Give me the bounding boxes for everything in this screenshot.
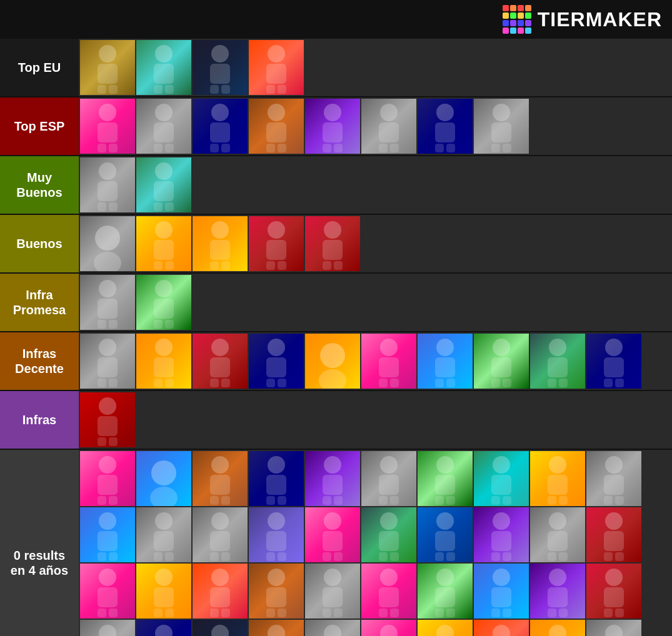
tier-image-item[interactable] (193, 40, 248, 95)
svg-point-174 (268, 512, 285, 530)
tier-image-item[interactable] (193, 334, 248, 389)
tier-image-item[interactable] (530, 564, 585, 619)
tier-image-item[interactable] (361, 334, 416, 389)
tier-image-item[interactable] (193, 99, 248, 154)
tier-image-item[interactable] (418, 99, 473, 154)
svg-rect-223 (379, 587, 399, 607)
tier-label-infras: Infras (0, 391, 79, 449)
svg-point-112 (549, 339, 566, 356)
tier-image-item[interactable] (586, 451, 641, 506)
tier-image-item[interactable] (361, 564, 416, 619)
svg-rect-106 (435, 379, 444, 387)
tier-image-item[interactable] (305, 620, 360, 636)
tier-image-item[interactable] (418, 334, 473, 389)
svg-rect-73 (334, 261, 343, 270)
tier-image-item[interactable] (80, 334, 135, 389)
tier-image-item[interactable] (249, 99, 304, 154)
tier-image-item[interactable] (249, 451, 304, 506)
tier-image-item[interactable] (249, 334, 304, 389)
tier-image-item[interactable] (80, 507, 135, 562)
tier-image-item[interactable] (249, 620, 304, 636)
tier-image-item[interactable] (80, 99, 135, 154)
tier-image-item[interactable] (418, 564, 473, 619)
tier-image-item[interactable] (193, 507, 248, 562)
tier-image-item[interactable] (249, 564, 304, 619)
logo-cell (525, 5, 531, 11)
tier-image-item[interactable] (193, 620, 248, 636)
tier-image-item[interactable] (586, 620, 641, 636)
tier-image-item[interactable] (80, 216, 135, 271)
tier-image-item[interactable] (305, 451, 360, 506)
tier-image-item[interactable] (80, 275, 135, 330)
tier-image-item[interactable] (136, 451, 191, 506)
svg-rect-119 (615, 379, 624, 387)
tier-image-item[interactable] (361, 507, 416, 562)
svg-rect-5 (154, 64, 174, 84)
tier-image-item[interactable] (474, 99, 529, 154)
tier-image-item[interactable] (80, 620, 135, 636)
tier-image-item[interactable] (305, 99, 360, 154)
tier-image-item[interactable] (249, 216, 304, 271)
tier-label-top-esp: Top ESP (0, 97, 79, 155)
tier-image-item[interactable] (305, 507, 360, 562)
tier-image-item[interactable] (305, 564, 360, 619)
svg-rect-19 (109, 144, 118, 152)
tier-image-item[interactable] (361, 620, 416, 636)
tier-image-item[interactable] (530, 334, 585, 389)
tier-image-item[interactable] (136, 334, 191, 389)
logo-cell (510, 20, 516, 26)
tier-image-item[interactable] (249, 40, 304, 95)
tier-image-item[interactable] (136, 157, 191, 212)
tier-image-item[interactable] (474, 507, 529, 562)
svg-point-210 (211, 569, 229, 586)
svg-rect-189 (446, 552, 455, 561)
tier-image-item[interactable] (305, 334, 360, 389)
logo-cell (503, 12, 509, 19)
svg-rect-41 (435, 122, 455, 142)
tier-image-item[interactable] (361, 451, 416, 506)
tier-image-item[interactable] (136, 99, 191, 154)
tier-image-item[interactable] (193, 451, 248, 506)
tier-image-item[interactable] (418, 620, 473, 636)
tier-image-item[interactable] (418, 451, 473, 506)
tier-image-item[interactable] (530, 507, 585, 562)
svg-rect-161 (615, 496, 624, 505)
svg-rect-117 (604, 357, 624, 377)
tier-image-item[interactable] (80, 451, 135, 506)
tier-image-item[interactable] (305, 216, 360, 271)
tier-image-item[interactable] (193, 216, 248, 271)
svg-rect-25 (210, 122, 230, 142)
tier-image-item[interactable] (136, 564, 191, 619)
svg-rect-67 (266, 240, 286, 260)
tier-image-item[interactable] (136, 507, 191, 562)
tier-image-item[interactable] (474, 564, 529, 619)
svg-point-82 (99, 339, 116, 356)
tier-image-item[interactable] (586, 334, 641, 389)
tier-image-item[interactable] (530, 451, 585, 506)
svg-rect-1 (98, 64, 118, 84)
tier-image-item[interactable] (193, 564, 248, 619)
tier-image-item[interactable] (136, 620, 191, 636)
svg-rect-241 (615, 609, 624, 617)
tier-images-0-results (79, 450, 672, 636)
tier-image-item[interactable] (586, 564, 641, 619)
tier-image-item[interactable] (80, 40, 135, 95)
svg-rect-72 (323, 261, 331, 270)
tier-image-item[interactable] (136, 216, 191, 271)
tier-image-item[interactable] (136, 275, 191, 330)
tier-image-item[interactable] (586, 507, 641, 562)
svg-rect-18 (98, 144, 106, 152)
tier-image-item[interactable] (418, 507, 473, 562)
tier-image-item[interactable] (136, 40, 191, 95)
tier-image-item[interactable] (249, 507, 304, 562)
tier-image-item[interactable] (80, 564, 135, 619)
svg-point-40 (436, 104, 454, 121)
tier-image-item[interactable] (474, 334, 529, 389)
tier-image-item[interactable] (474, 451, 529, 506)
svg-rect-155 (548, 475, 568, 495)
tier-image-item[interactable] (80, 392, 135, 447)
tier-image-item[interactable] (530, 620, 585, 636)
tier-image-item[interactable] (80, 157, 135, 212)
tier-image-item[interactable] (474, 620, 529, 636)
tier-image-item[interactable] (361, 99, 416, 154)
